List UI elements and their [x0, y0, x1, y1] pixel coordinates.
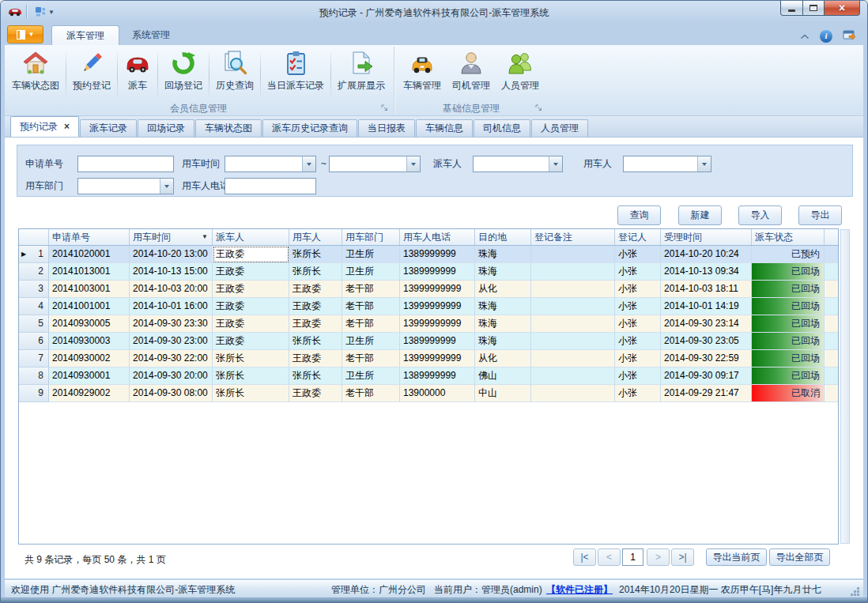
driver-manage-button[interactable]: 司机管理 [447, 47, 496, 103]
create-button[interactable]: 新建 [678, 205, 722, 225]
info-icon[interactable]: i [820, 30, 832, 43]
about-button[interactable] [843, 28, 856, 43]
cell-accept-time[interactable]: 2014-10-13 09:34 [661, 263, 752, 281]
doc-tab-dispatch-history-query[interactable]: 派车历史记录查询 [262, 119, 357, 137]
cell-status[interactable]: 已回场 [752, 263, 825, 281]
cell-phone[interactable]: 1389999999 [400, 263, 475, 281]
cell-status[interactable]: 已回场 [752, 350, 825, 367]
cell-apply-no[interactable]: 20141020001 [49, 246, 130, 263]
cell-remark[interactable] [531, 385, 615, 402]
quick-access-toolbar-button[interactable]: ▼ [32, 5, 57, 19]
cell-status[interactable]: 已回场 [752, 315, 825, 333]
dispatch-button[interactable]: 派车 [119, 47, 157, 103]
table-row[interactable]: 5201409300052014-09-30 23:30王政委王政委老干部139… [19, 315, 838, 333]
cell-phone[interactable]: 13999999999 [400, 350, 475, 367]
doc-tab-reservation-records[interactable]: 预约记录 × [10, 116, 79, 137]
cell-apply-no[interactable]: 20140930003 [49, 333, 130, 350]
cell-destination[interactable]: 中山 [475, 385, 531, 402]
cell-department[interactable]: 卫生所 [342, 333, 400, 350]
cell-destination[interactable]: 珠海 [475, 333, 531, 350]
col-header-department[interactable]: 用车部门 [342, 229, 400, 245]
cell-registrar[interactable]: 小张 [615, 281, 661, 298]
dropdown-arrow-icon[interactable] [406, 156, 420, 171]
cell-status[interactable]: 已预约 [752, 246, 825, 263]
row-header[interactable]: 3 [19, 281, 49, 298]
close-button[interactable]: × [824, 1, 860, 16]
vehicle-manage-button[interactable]: 车辆管理 [398, 47, 447, 103]
col-header-user[interactable]: 用车人 [289, 229, 342, 245]
cell-dispatcher[interactable]: 张所长 [213, 367, 289, 385]
return-register-button[interactable]: 回场登记 [159, 47, 208, 103]
doc-tab-personnel-manage[interactable]: 人员管理 [531, 119, 588, 137]
cell-dispatcher[interactable]: 王政委 [213, 281, 289, 298]
cell-apply-no[interactable]: 20141001001 [49, 298, 130, 315]
cell-accept-time[interactable]: 2014-10-20 10:24 [661, 246, 752, 263]
cell-phone[interactable]: 13999999999 [400, 298, 475, 315]
prev-page-button[interactable]: < [598, 548, 621, 566]
cell-accept-time[interactable]: 2014-09-30 23:05 [661, 333, 752, 350]
col-header-destination[interactable]: 目的地 [475, 229, 531, 245]
row-header[interactable]: ▶1 [19, 246, 49, 263]
cell-user[interactable]: 张所长 [289, 263, 342, 281]
cell-accept-time[interactable]: 2014-09-30 23:14 [661, 315, 752, 333]
cell-accept-time[interactable]: 2014-10-03 18:11 [661, 281, 752, 298]
cell-destination[interactable]: 珠海 [475, 315, 531, 333]
col-header-status[interactable]: 派车状态 [752, 229, 825, 245]
cell-user[interactable]: 张所长 [289, 246, 342, 263]
dropdown-arrow-icon[interactable] [302, 156, 315, 171]
cell-phone[interactable]: 13999999999 [400, 281, 475, 298]
extended-screen-button[interactable]: 扩展屏显示 [332, 47, 391, 103]
app-menu-button[interactable]: ▼ [7, 25, 43, 43]
dropdown-arrow-icon[interactable] [160, 179, 173, 194]
close-tab-icon[interactable]: × [64, 119, 70, 135]
cell-registrar[interactable]: 小张 [615, 367, 661, 385]
cell-phone[interactable]: 13999999999 [400, 315, 475, 333]
cell-registrar[interactable]: 小张 [615, 333, 661, 350]
cell-remark[interactable] [531, 367, 615, 385]
next-page-button[interactable]: > [647, 548, 670, 566]
cell-status[interactable]: 已回场 [752, 333, 825, 350]
import-button[interactable]: 导入 [738, 205, 782, 225]
cell-status[interactable]: 已回场 [752, 281, 825, 298]
col-header-registrar[interactable]: 登记人 [615, 229, 661, 245]
table-row[interactable]: 2201410130012014-10-13 15:00王政委张所长卫生所138… [19, 263, 838, 281]
cell-dispatcher[interactable]: 王政委 [213, 246, 289, 263]
dialog-launcher-icon[interactable] [381, 103, 388, 114]
export-button[interactable]: 导出 [798, 205, 842, 225]
cell-accept-time[interactable]: 2014-09-30 22:59 [661, 350, 752, 367]
last-page-button[interactable]: >| [671, 548, 694, 566]
personnel-manage-button[interactable]: 人员管理 [496, 47, 545, 103]
cell-dispatcher[interactable]: 王政委 [213, 315, 289, 333]
col-header-apply-no[interactable]: 申请单号 [49, 229, 130, 245]
history-query-button[interactable]: 历史查询 [210, 47, 259, 103]
row-header[interactable]: 4 [19, 298, 49, 315]
dialog-launcher-icon[interactable] [535, 103, 542, 114]
cell-use-time[interactable]: 2014-09-30 23:30 [130, 315, 213, 333]
cell-apply-no[interactable]: 20141003001 [49, 281, 130, 298]
col-header-use-time[interactable]: 用车时间 ▼ [130, 229, 213, 245]
cell-use-time[interactable]: 2014-10-13 15:00 [130, 263, 213, 281]
cell-dispatcher[interactable]: 王政委 [213, 298, 289, 315]
cell-phone[interactable]: 13900000 [400, 385, 475, 402]
ribbon-tab-system[interactable]: 系统管理 [118, 25, 184, 45]
cell-dispatcher[interactable]: 张所长 [213, 350, 289, 367]
use-time-to-combo[interactable] [329, 156, 421, 172]
cell-phone[interactable]: 1389999999 [400, 333, 475, 350]
reservation-register-button[interactable]: 预约登记 [67, 47, 116, 103]
cell-department[interactable]: 卫生所 [342, 367, 400, 385]
maximize-button[interactable] [802, 1, 825, 16]
minimize-button[interactable] [780, 1, 803, 16]
cell-remark[interactable] [531, 281, 615, 298]
cell-use-time[interactable]: 2014-10-01 16:00 [130, 298, 213, 315]
cell-destination[interactable]: 从化 [475, 350, 531, 367]
col-header-remark[interactable]: 登记备注 [531, 229, 615, 245]
table-row[interactable]: 6201409300032014-09-30 23:00王政委张所长卫生所138… [19, 333, 838, 350]
cell-registrar[interactable]: 小张 [615, 385, 661, 402]
cell-status[interactable]: 已回场 [752, 367, 825, 385]
cell-registrar[interactable]: 小张 [615, 263, 661, 281]
cell-phone[interactable]: 1389999999 [400, 367, 475, 385]
cell-remark[interactable] [531, 246, 615, 263]
cell-user[interactable]: 王政委 [289, 315, 342, 333]
cell-remark[interactable] [531, 350, 615, 367]
apply-no-input[interactable] [77, 156, 174, 172]
